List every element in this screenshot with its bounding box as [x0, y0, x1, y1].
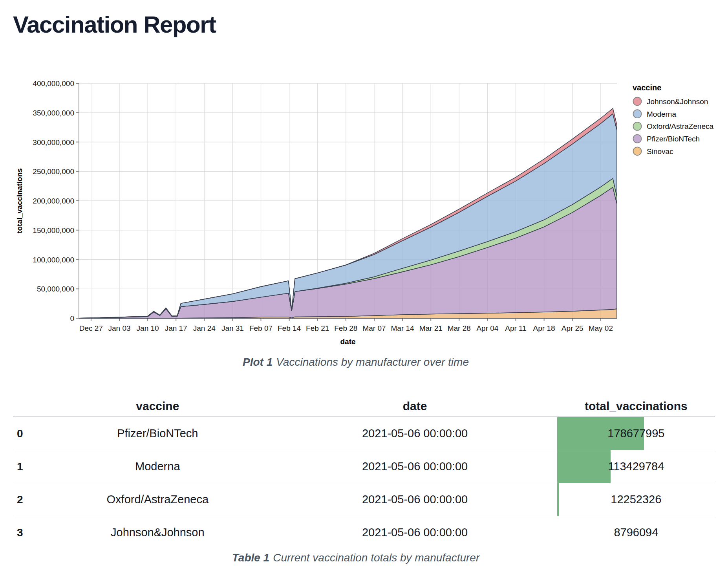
- legend-swatch: [633, 147, 642, 155]
- x-tick-label: Mar 14: [391, 324, 415, 332]
- y-tick-label: 150,000,000: [33, 226, 74, 235]
- cell-date: 2021-05-06 00:00:00: [273, 483, 557, 516]
- cell-date: 2021-05-06 00:00:00: [273, 417, 557, 450]
- header-vaccine: vaccine: [42, 396, 273, 417]
- x-tick-label: Jan 17: [165, 324, 187, 332]
- x-tick-label: Mar 07: [362, 324, 386, 332]
- x-tick-label: Apr 25: [562, 324, 583, 332]
- legend-label: Johnson&Johnson: [647, 97, 708, 106]
- cell-date: 2021-05-06 00:00:00: [273, 450, 557, 483]
- legend-label: Pfizer/BioNTech: [647, 135, 700, 143]
- x-tick-label: Apr 04: [476, 324, 498, 332]
- table-row: 1 Moderna 2021-05-06 00:00:00 113429784: [13, 450, 715, 483]
- legend-swatch: [633, 97, 642, 106]
- x-tick-label: May 02: [589, 324, 613, 332]
- x-tick-label: Apr 11: [505, 324, 527, 332]
- legend: vaccineJohnson&JohnsonModernaOxford/Astr…: [633, 83, 713, 156]
- x-tick-label: Jan 31: [221, 324, 244, 332]
- y-tick-label: 250,000,000: [33, 167, 74, 176]
- table-caption: Table 1Current vaccination totals by man…: [0, 552, 712, 564]
- y-tick-label: 0: [70, 314, 74, 323]
- row-index: 3: [13, 516, 42, 549]
- table-caption-label: Table 1: [232, 552, 269, 564]
- y-axis-title: total_vaccinations: [15, 168, 24, 233]
- page-title: Vaccination Report: [13, 11, 216, 38]
- vaccinations-area-chart: Dec 27Jan 03Jan 10Jan 17Jan 24Jan 31Feb …: [0, 66, 728, 358]
- cell-total-vaccinations: 8796094: [557, 516, 715, 549]
- x-tick-label: Apr 18: [533, 324, 555, 332]
- table-caption-text: Current vaccination totals by manufactur…: [273, 552, 479, 564]
- x-tick-label: Mar 21: [419, 324, 443, 332]
- cell-vaccine: Johnson&Johnson: [42, 516, 273, 549]
- y-tick-label: 100,000,000: [33, 256, 74, 264]
- cell-total-vaccinations: 12252326: [557, 483, 715, 516]
- legend-label: Sinovac: [647, 147, 673, 156]
- plot-caption-text: Vaccinations by manufacturer over time: [276, 356, 469, 368]
- x-tick-label: Feb 14: [278, 324, 301, 332]
- plot-caption: Plot 1Vaccinations by manufacturer over …: [0, 356, 712, 368]
- cell-date: 2021-05-06 00:00:00: [273, 516, 557, 549]
- table-row: 0 Pfizer/BioNTech 2021-05-06 00:00:00 17…: [13, 417, 715, 450]
- x-tick-label: Feb 28: [334, 324, 357, 332]
- y-tick-label: 400,000,000: [33, 79, 74, 88]
- y-tick-label: 200,000,000: [33, 197, 74, 205]
- x-tick-label: Dec 27: [79, 324, 103, 332]
- cell-vaccine: Moderna: [42, 450, 273, 483]
- row-index: 0: [13, 417, 42, 450]
- table-row: 3 Johnson&Johnson 2021-05-06 00:00:00 87…: [13, 516, 715, 549]
- x-tick-label: Jan 24: [193, 324, 216, 332]
- legend-swatch: [633, 135, 642, 143]
- cell-vaccine: Pfizer/BioNTech: [42, 417, 273, 450]
- header-index: [13, 396, 42, 417]
- x-tick-label: Feb 21: [306, 324, 329, 332]
- vaccination-totals-table: vaccine date total_vaccinations 0 Pfizer…: [13, 396, 715, 549]
- x-tick-label: Jan 03: [108, 324, 130, 332]
- y-tick-label: 300,000,000: [33, 138, 74, 147]
- x-tick-label: Feb 07: [249, 324, 273, 332]
- legend-title: vaccine: [633, 83, 661, 92]
- row-index: 1: [13, 450, 42, 483]
- legend-label: Oxford/AstraZeneca: [647, 122, 713, 130]
- value-bar: [557, 483, 559, 516]
- table-row: 2 Oxford/AstraZeneca 2021-05-06 00:00:00…: [13, 483, 715, 516]
- legend-swatch: [633, 122, 642, 130]
- vaccination-report-page: Vaccination Report Dec 27Jan 03Jan 10Jan…: [0, 0, 728, 583]
- value-bar: [557, 450, 611, 483]
- area-bands: [79, 108, 617, 318]
- y-tick-label: 350,000,000: [33, 109, 74, 117]
- cell-total-vaccinations: 113429784: [557, 450, 715, 483]
- x-axis-title: date: [340, 337, 355, 346]
- x-tick-label: Jan 10: [137, 324, 159, 332]
- cell-total-vaccinations: 178677995: [557, 417, 715, 450]
- legend-swatch: [633, 110, 642, 118]
- table-header: vaccine date total_vaccinations: [13, 396, 715, 417]
- legend-label: Moderna: [647, 110, 676, 118]
- row-index: 2: [13, 483, 42, 516]
- header-total-vaccinations: total_vaccinations: [557, 396, 715, 417]
- y-tick-label: 50,000,000: [37, 285, 74, 293]
- plot-caption-label: Plot 1: [243, 356, 273, 368]
- x-tick-label: Mar 28: [448, 324, 471, 332]
- cell-vaccine: Oxford/AstraZeneca: [42, 483, 273, 516]
- header-date: date: [273, 396, 557, 417]
